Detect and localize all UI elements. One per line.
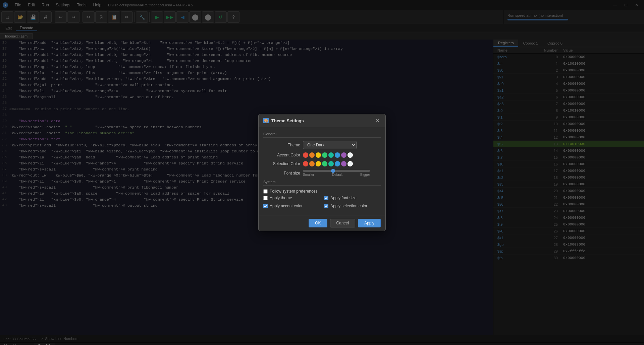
apply-button[interactable]: Apply [358,219,381,227]
accent-color-label: Accent Color [263,153,300,157]
dialog-title-bar: 🎨 Theme Settings ✕ [259,114,385,127]
apply-theme-label: Apply theme [270,196,292,200]
font-size-label: Font size [263,171,300,176]
apply-selection-checkbox[interactable] [324,204,328,208]
accent-color-purple[interactable] [341,152,346,158]
apply-font-size-row: Apply font size [324,196,381,200]
sel-color-white[interactable] [347,161,353,166]
sel-color-blue[interactable] [335,161,340,166]
accent-color-green[interactable] [322,152,327,158]
apply-selection-row: Apply selection color [324,204,381,208]
dialog-close-button[interactable]: ✕ [375,118,381,124]
dialog-body: General Theme One Dark Light Monokai Sol… [259,127,385,215]
font-size-slider[interactable] [303,170,370,172]
sel-color-green[interactable] [322,161,327,166]
selection-color-swatches [303,161,353,166]
apply-accent-checkbox[interactable] [263,204,268,208]
accent-color-row: Accent Color [263,152,381,158]
accent-color-swatches [303,152,353,158]
dialog-overlay: 🎨 Theme Settings ✕ General Theme One Dar… [0,0,644,345]
accent-color-blue[interactable] [335,152,340,158]
apply-accent-row: Apply accent color [263,204,320,208]
selection-color-row: Selection Color [263,161,381,166]
apply-options-grid: Apply theme Apply font size Apply accent… [263,196,381,210]
font-size-bigger: Bigger [360,173,370,177]
apply-font-size-checkbox[interactable] [324,196,328,200]
dialog-footer: OK Cancel Apply [259,215,385,231]
theme-settings-dialog: 🎨 Theme Settings ✕ General Theme One Dar… [258,114,386,231]
sel-color-red[interactable] [303,161,308,166]
sel-color-purple[interactable] [341,161,346,166]
dialog-title: Theme Settings [271,118,372,123]
font-size-row: Font size Smaller Default Bigger [263,170,381,177]
apply-accent-label: Apply accent color [270,204,303,208]
accent-color-orange[interactable] [309,152,315,158]
apply-font-size-label: Apply font size [330,196,357,200]
sel-color-yellow[interactable] [316,161,321,166]
sel-color-teal[interactable] [328,161,334,166]
system-section-label: System [263,180,381,186]
follow-system-label: Follow system preferences [270,189,318,194]
selection-color-label: Selection Color [263,161,300,166]
theme-select[interactable]: One Dark Light Monokai Solarized Dark [303,141,357,149]
cancel-button[interactable]: Cancel [330,219,355,227]
general-section-label: General [263,132,381,138]
follow-system-row: Follow system preferences [263,189,381,194]
apply-theme-checkbox[interactable] [263,196,268,200]
font-size-slider-container: Smaller Default Bigger [303,170,370,177]
theme-row: Theme One Dark Light Monokai Solarized D… [263,141,381,149]
font-size-smaller: Smaller [303,173,314,177]
accent-color-white[interactable] [347,152,353,158]
system-section: System Follow system preferences Apply t… [263,180,381,210]
ok-button[interactable]: OK [309,219,327,227]
accent-color-red[interactable] [303,152,308,158]
follow-system-checkbox[interactable] [263,189,268,194]
font-size-default: Default [332,173,343,177]
apply-theme-row: Apply theme [263,196,320,200]
sel-color-orange[interactable] [309,161,315,166]
font-size-labels: Smaller Default Bigger [303,173,370,177]
accent-color-yellow[interactable] [316,152,321,158]
apply-selection-label: Apply selection color [330,204,367,208]
accent-color-teal[interactable] [328,152,334,158]
theme-label: Theme [263,143,300,147]
dialog-icon: 🎨 [263,118,269,123]
font-size-thumb [331,169,335,173]
